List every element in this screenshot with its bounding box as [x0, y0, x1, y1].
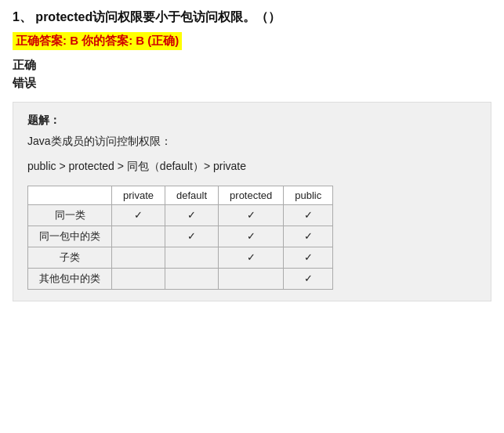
question-number: 1: [13, 10, 20, 23]
table-cell-protected: ✓: [219, 204, 284, 226]
option-A: 正确: [13, 58, 491, 73]
explanation-box: 题解： Java类成员的访问控制权限： public > protected >…: [13, 102, 491, 301]
explanation-line1: Java类成员的访问控制权限：: [27, 132, 477, 151]
table-cell-protected: ✓: [219, 247, 284, 268]
options-list: 正确 错误: [13, 58, 491, 91]
table-cell-label: 子类: [28, 247, 112, 268]
answer-bar: 正确答案: B 你的答案: B (正确): [13, 32, 182, 50]
table-cell-label: 同一类: [28, 204, 112, 226]
table-cell-private: [112, 247, 165, 268]
table-cell-public: ✓: [284, 204, 333, 226]
table-cell-default: ✓: [165, 226, 219, 247]
table-header-private: private: [112, 186, 165, 204]
table-cell-private: [112, 226, 165, 247]
explanation-title: 题解：: [27, 114, 477, 128]
table-header-public: public: [284, 186, 333, 204]
table-header-blank: [28, 186, 112, 204]
question-text: protected访问权限要小于包访问权限。（）: [35, 10, 281, 23]
table-cell-private: ✓: [112, 204, 165, 226]
table-row: 其他包中的类✓: [28, 268, 333, 289]
table-cell-public: ✓: [284, 226, 333, 247]
question-title: 1、 protected访问权限要小于包访问权限。（）: [13, 9, 491, 26]
table-cell-default: [165, 268, 219, 289]
access-table: private default protected public 同一类✓✓✓✓…: [27, 186, 333, 290]
table-cell-label: 其他包中的类: [28, 268, 112, 289]
table-header-protected: protected: [219, 186, 284, 204]
table-row: 同一类✓✓✓✓: [28, 204, 333, 226]
table-cell-public: ✓: [284, 268, 333, 289]
table-cell-public: ✓: [284, 247, 333, 268]
table-row: 子类✓✓: [28, 247, 333, 268]
table-row: 同一包中的类✓✓✓: [28, 226, 333, 247]
table-cell-default: ✓: [165, 204, 219, 226]
table-cell-label: 同一包中的类: [28, 226, 112, 247]
table-header-default: default: [165, 186, 219, 204]
table-cell-default: [165, 247, 219, 268]
explanation-line2: public > protected > 同包（default）> privat…: [27, 157, 477, 176]
table-cell-private: [112, 268, 165, 289]
option-B: 错误: [13, 76, 491, 91]
table-cell-protected: [219, 268, 284, 289]
table-cell-protected: ✓: [219, 226, 284, 247]
